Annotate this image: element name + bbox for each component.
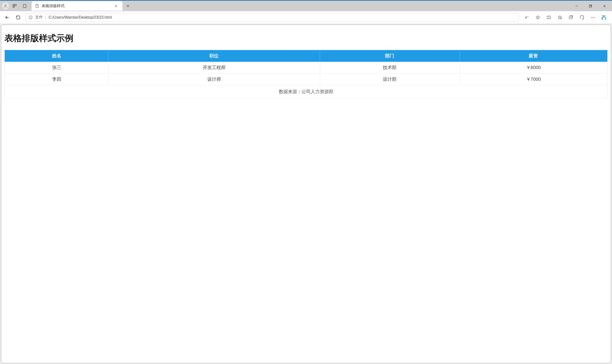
col-name: 姓名 — [5, 50, 109, 62]
new-tab-button[interactable] — [123, 1, 132, 11]
extensions-icon[interactable] — [577, 14, 587, 21]
tab-actions-icon[interactable] — [20, 1, 29, 11]
browser-tab[interactable]: 表格排版样式 — [32, 1, 123, 11]
cell-name: 张三 — [5, 62, 109, 74]
file-icon — [35, 4, 39, 8]
svg-rect-1 — [13, 4, 14, 6]
browser-chrome: 表格排版样式 — [0, 0, 612, 24]
cell-dept: 技术部 — [320, 62, 459, 74]
svg-point-13 — [594, 17, 595, 18]
url-scheme-label: 文件 — [35, 15, 43, 20]
tab-title: 表格排版样式 — [42, 4, 112, 9]
copilot-icon[interactable] — [599, 14, 609, 21]
page-viewport: 表格排版样式示例 姓名 职位 部门 薪资 张三 开发工程师 技术部 ￥8000 … — [1, 25, 611, 363]
collections-icon[interactable] — [566, 14, 576, 21]
table-footer: 数据来源：公司人力资源部 — [5, 85, 607, 98]
profile-icon[interactable] — [2, 2, 9, 10]
toolbar-right — [522, 14, 609, 21]
more-icon[interactable] — [588, 14, 598, 21]
cell-dept: 设计部 — [320, 74, 459, 85]
favorite-icon[interactable] — [533, 14, 543, 21]
refresh-button[interactable] — [14, 14, 22, 21]
cell-role: 设计师 — [109, 74, 320, 85]
svg-point-12 — [593, 17, 593, 18]
table-footer-row: 数据来源：公司人力资源部 — [5, 85, 607, 98]
minimize-button[interactable] — [570, 1, 583, 11]
favorites-bar-icon[interactable] — [555, 14, 565, 21]
workspaces-icon[interactable] — [10, 1, 19, 11]
tab-strip: 表格排版样式 — [0, 1, 612, 11]
table-row: 李四 设计师 设计部 ￥7000 — [5, 74, 607, 85]
back-button[interactable] — [3, 14, 11, 21]
address-bar: 文件 | C:/Users/Wamtar/Desktop/23/23.html — [0, 11, 612, 24]
svg-point-10 — [583, 18, 584, 19]
col-dept: 部门 — [320, 50, 459, 62]
cell-salary: ￥7000 — [459, 74, 607, 85]
cell-role: 开发工程师 — [109, 62, 320, 74]
info-icon — [28, 15, 33, 20]
window-controls — [570, 1, 612, 11]
cell-salary: ￥8000 — [459, 62, 607, 74]
page-title: 表格排版样式示例 — [5, 32, 607, 44]
svg-rect-4 — [23, 4, 26, 7]
close-icon[interactable] — [114, 4, 119, 8]
col-role: 职位 — [109, 50, 320, 62]
col-salary: 薪资 — [459, 50, 607, 62]
svg-rect-3 — [13, 6, 14, 8]
maximize-button[interactable] — [584, 1, 597, 11]
svg-point-11 — [591, 17, 592, 18]
url-text: C:/Users/Wamtar/Desktop/23/23.html — [49, 15, 112, 20]
svg-point-0 — [5, 5, 6, 6]
close-window-button[interactable] — [598, 1, 611, 11]
split-screen-icon[interactable] — [544, 14, 554, 21]
svg-rect-6 — [589, 5, 591, 7]
url-separator: | — [45, 15, 46, 20]
cell-name: 李四 — [5, 74, 109, 85]
url-input[interactable]: 文件 | C:/Users/Wamtar/Desktop/23/23.html — [25, 13, 519, 22]
read-aloud-icon[interactable] — [522, 14, 532, 21]
svg-rect-2 — [15, 4, 16, 6]
table-header-row: 姓名 职位 部门 薪资 — [5, 50, 607, 62]
table-row: 张三 开发工程师 技术部 ￥8000 — [5, 62, 607, 74]
employee-table: 姓名 职位 部门 薪资 张三 开发工程师 技术部 ￥8000 李四 设计师 设计… — [5, 50, 607, 98]
